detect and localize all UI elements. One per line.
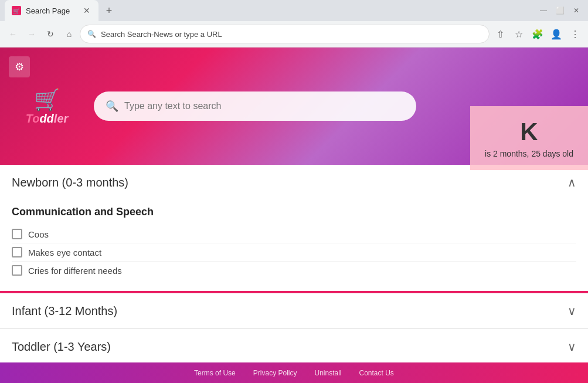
logo-stroller-icon: 🛒 [34,87,60,112]
profile-button[interactable]: 👤 [548,26,565,42]
checkbox-eye-contact[interactable] [12,247,22,257]
user-initial: K [485,118,573,146]
accordion-section-toddler: Toddler (1-3 Years) ∨ [0,329,588,362]
close-button[interactable]: ✕ [569,4,583,18]
accordion-body-newborn: Communication and Speech Coos Makes eye … [0,200,588,291]
accordion-title-infant: Infant (3-12 Months) [12,304,117,318]
maximize-button[interactable]: ⬜ [553,4,567,18]
tab-bar: 🛒 Search Page ✕ + — ⬜ ✕ [0,0,588,21]
search-box: 🔍 [94,91,416,121]
settings-button[interactable]: ⚙ [9,56,30,77]
accordion-header-toddler[interactable]: Toddler (1-3 Years) ∨ [0,329,588,362]
chevron-down-icon: ∨ [567,340,576,354]
address-bar: ← → ↻ ⌂ 🔍 Search Search-News or type a U… [0,21,588,47]
url-text: Search Search-News or type a URL [101,30,222,39]
list-item: Coos [12,225,576,243]
logo-area: 🛒 Toddler [18,86,76,127]
minimize-button[interactable]: — [536,4,550,18]
app-header: ⚙ 🛒 Toddler 🔍 K is 2 months, 25 days old [0,48,588,165]
main-content: Newborn (0-3 months) ∧ Communication and… [0,165,588,362]
forward-button[interactable]: → [23,26,40,42]
url-bar[interactable]: 🔍 Search Search-News or type a URL [80,25,490,43]
checklist-label-coos: Coos [28,229,49,239]
checklist-label-cries: Cries for different needs [28,266,122,276]
list-item: Makes eye contact [12,243,576,262]
extensions-button[interactable]: 🧩 [529,26,546,42]
accordion-title-toddler: Toddler (1-3 Years) [12,340,111,354]
reload-button[interactable]: ↻ [42,26,59,42]
browser-tab[interactable]: 🛒 Search Page ✕ [5,0,98,21]
search-icon: 🔍 [106,100,118,113]
checkbox-coos[interactable] [12,229,22,239]
chevron-up-icon: ∧ [567,175,576,189]
tab-favicon: 🛒 [12,6,21,15]
tab-close-button[interactable]: ✕ [82,6,91,15]
user-age: is 2 months, 25 days old [485,149,573,158]
accordion-header-newborn[interactable]: Newborn (0-3 months) ∧ [0,165,588,200]
share-button[interactable]: ⇧ [492,26,508,42]
bookmark-button[interactable]: ☆ [511,26,527,42]
app-footer: Terms of Use Privacy Policy Uninstall Co… [0,362,588,383]
accordion-header-infant[interactable]: Infant (3-12 Months) ∨ [0,293,588,328]
logo-text: Toddler [26,112,69,126]
back-button[interactable]: ← [5,26,21,42]
accordion-title-newborn: Newborn (0-3 months) [12,176,128,189]
footer-privacy-link[interactable]: Privacy Policy [253,369,297,377]
browser-chrome: 🛒 Search Page ✕ + — ⬜ ✕ ← → ↻ ⌂ 🔍 Search… [0,0,588,48]
checklist-label-eye-contact: Makes eye contact [28,248,101,257]
checkbox-cries[interactable] [12,265,22,276]
window-controls: — ⬜ ✕ [536,4,583,18]
menu-button[interactable]: ⋮ [567,26,583,42]
user-card: K is 2 months, 25 days old [470,106,588,170]
logo-image: 🛒 Toddler [18,86,76,127]
footer-uninstall-link[interactable]: Uninstall [314,369,341,377]
tab-title: Search Page [26,6,77,15]
subsection-title-communication: Communication and Speech [12,206,576,218]
home-button[interactable]: ⌂ [61,26,77,42]
footer-terms-link[interactable]: Terms of Use [194,369,236,377]
list-item: Cries for different needs [12,262,576,279]
new-tab-button[interactable]: + [101,2,117,19]
footer-contact-link[interactable]: Contact Us [359,369,394,377]
accordion-section-infant: Infant (3-12 Months) ∨ [0,293,588,329]
chevron-down-icon: ∨ [567,304,576,318]
search-input[interactable] [124,101,405,111]
accordion-section-newborn: Newborn (0-3 months) ∧ Communication and… [0,165,588,293]
app-content: ⚙ 🛒 Toddler 🔍 K is 2 months, 25 days old… [0,48,588,383]
search-url-icon: 🔍 [87,30,96,38]
